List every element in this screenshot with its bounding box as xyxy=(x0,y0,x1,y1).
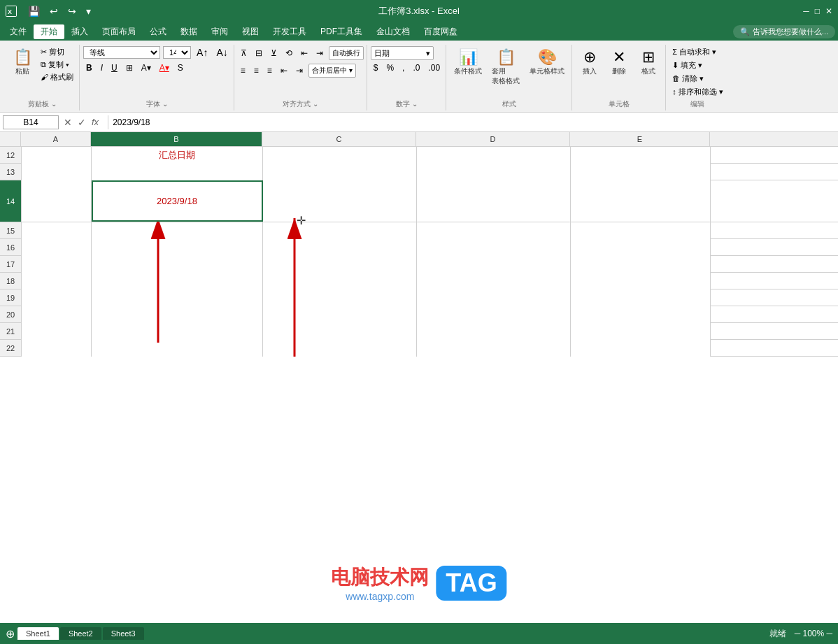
insert-btn[interactable]: ⊕ 插入 xyxy=(576,46,604,78)
minimize-btn[interactable]: ─ xyxy=(803,6,809,16)
cell-e13[interactable] xyxy=(571,164,711,180)
decrease-indent-btn[interactable]: ⇤ xyxy=(278,65,290,76)
zoom-control[interactable]: ─ 100% ─ xyxy=(795,629,832,638)
cell-d15[interactable] xyxy=(417,222,571,239)
cell-a17[interactable] xyxy=(22,256,92,273)
row-header-14[interactable]: 14 xyxy=(0,180,21,222)
cell-e19[interactable] xyxy=(571,289,711,306)
table-style-btn[interactable]: 📋 套用表格格式 xyxy=(488,46,524,88)
row-header-13[interactable]: 13 xyxy=(0,164,21,180)
col-header-d[interactable]: D xyxy=(416,132,570,146)
paste-button[interactable]: 📋 粘贴 xyxy=(8,46,36,78)
menu-formulas[interactable]: 公式 xyxy=(143,24,173,39)
cell-c15[interactable] xyxy=(263,222,417,239)
cell-e17[interactable] xyxy=(571,256,711,273)
cell-e14[interactable] xyxy=(571,180,711,222)
bold-btn[interactable]: B xyxy=(83,62,95,73)
cell-d14[interactable] xyxy=(417,180,571,222)
row-header-21[interactable]: 21 xyxy=(0,323,21,340)
copy-button[interactable]: ⧉ 复制 ▾ xyxy=(38,59,76,71)
comma-btn[interactable]: , xyxy=(399,62,407,73)
cell-a18[interactable] xyxy=(22,273,92,289)
currency-btn[interactable]: $ xyxy=(371,62,381,73)
sort-filter-btn[interactable]: ↕ 排序和筛选 ▾ xyxy=(669,86,726,98)
text-direction-btn[interactable]: ⟲ xyxy=(283,48,295,59)
cell-a12[interactable] xyxy=(22,147,92,164)
cell-e22[interactable] xyxy=(571,340,711,357)
cell-c17[interactable] xyxy=(263,256,417,273)
row-header-15[interactable]: 15 xyxy=(0,222,21,239)
cell-d12[interactable] xyxy=(417,147,571,164)
delete-btn[interactable]: ✕ 删除 xyxy=(605,46,633,78)
cell-a22[interactable] xyxy=(22,340,92,357)
menu-home[interactable]: 开始 xyxy=(34,24,64,39)
cell-c20[interactable] xyxy=(263,306,417,323)
menu-data[interactable]: 数据 xyxy=(173,24,204,39)
confirm-formula-btn[interactable]: ✓ xyxy=(76,117,88,128)
cell-e20[interactable] xyxy=(571,306,711,323)
align-left-btn[interactable]: ≡ xyxy=(238,65,248,76)
row-header-19[interactable]: 19 xyxy=(0,289,21,306)
increase-font-btn[interactable]: A↑ xyxy=(194,46,211,59)
customize-btn[interactable]: ▾ xyxy=(83,4,94,18)
cell-b16[interactable] xyxy=(92,239,263,256)
cell-c16[interactable] xyxy=(263,239,417,256)
fx-btn[interactable]: fx xyxy=(90,117,101,127)
cancel-formula-btn[interactable]: ✕ xyxy=(62,117,74,128)
sheet-tab-3[interactable]: Sheet3 xyxy=(103,627,144,640)
cell-c13[interactable] xyxy=(263,164,417,180)
cell-a15[interactable] xyxy=(22,222,92,239)
merge-center-btn[interactable]: 合并后居中 ▾ xyxy=(308,64,356,78)
align-middle-btn[interactable]: ⊟ xyxy=(253,48,265,59)
indent-left-btn[interactable]: ⇤ xyxy=(298,48,311,59)
cell-style-btn[interactable]: 🎨 单元格样式 xyxy=(525,46,569,78)
cell-e16[interactable] xyxy=(571,239,711,256)
align-bottom-btn[interactable]: ⊻ xyxy=(268,48,280,59)
font-color-btn[interactable]: A▾ xyxy=(157,62,172,73)
row-header-16[interactable]: 16 xyxy=(0,239,21,256)
cell-c19[interactable] xyxy=(263,289,417,306)
fill-btn[interactable]: ⬇ 填充 ▾ xyxy=(669,59,705,71)
decrease-decimal-btn[interactable]: .0 xyxy=(410,62,422,73)
save-btn[interactable]: 💾 xyxy=(25,4,43,18)
cell-c21[interactable] xyxy=(263,323,417,340)
row-header-22[interactable]: 22 xyxy=(0,340,21,357)
underline-btn[interactable]: U xyxy=(108,62,120,73)
italic-btn[interactable]: I xyxy=(98,62,106,73)
cell-b21[interactable] xyxy=(92,323,263,340)
cell-b17[interactable] xyxy=(92,256,263,273)
menu-page-layout[interactable]: 页面布局 xyxy=(95,24,143,39)
search-bar[interactable]: 🔍 告诉我您想要做什么... xyxy=(733,25,835,38)
cell-b18[interactable] xyxy=(92,273,263,289)
cell-b13[interactable] xyxy=(92,164,263,180)
cell-e18[interactable] xyxy=(571,273,711,289)
menu-file[interactable]: 文件 xyxy=(3,24,34,39)
undo-btn[interactable]: ↩ xyxy=(47,4,61,18)
cell-c22[interactable] xyxy=(263,340,417,357)
cell-b22[interactable] xyxy=(92,340,263,357)
cell-c12[interactable] xyxy=(263,147,417,164)
indent-right-btn[interactable]: ⇥ xyxy=(313,48,326,59)
decrease-font-btn[interactable]: A↓ xyxy=(213,46,230,59)
cell-b14[interactable]: 2023/9/18 xyxy=(92,180,263,222)
clear-btn[interactable]: 🗑 清除 ▾ xyxy=(669,73,706,85)
cell-d17[interactable] xyxy=(417,256,571,273)
row-header-18[interactable]: 18 xyxy=(0,273,21,289)
cell-b20[interactable] xyxy=(92,306,263,323)
align-right-btn[interactable]: ≡ xyxy=(264,65,275,76)
col-header-c[interactable]: C xyxy=(262,132,416,146)
fill-color-btn[interactable]: A▾ xyxy=(139,62,154,73)
row-header-12[interactable]: 12 xyxy=(0,147,21,164)
menu-insert[interactable]: 插入 xyxy=(64,24,95,39)
number-format-select[interactable]: 日期 ▾ xyxy=(371,46,434,60)
cell-e15[interactable] xyxy=(571,222,711,239)
menu-view[interactable]: 视图 xyxy=(235,24,266,39)
menu-review[interactable]: 审阅 xyxy=(204,24,235,39)
percent-btn[interactable]: % xyxy=(383,62,397,73)
col-header-e[interactable]: E xyxy=(570,132,710,146)
cell-a21[interactable] xyxy=(22,323,92,340)
cell-a20[interactable] xyxy=(22,306,92,323)
redo-btn[interactable]: ↪ xyxy=(65,4,79,18)
strikethrough-btn[interactable]: S xyxy=(175,62,186,73)
maximize-btn[interactable]: □ xyxy=(815,6,820,16)
